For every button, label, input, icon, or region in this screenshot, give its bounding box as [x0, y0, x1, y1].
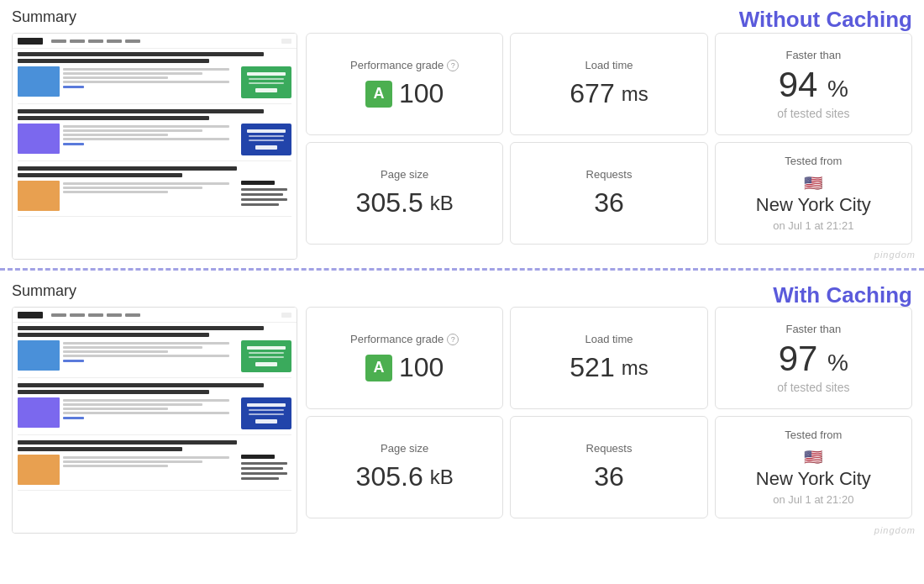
top-performance-grade-value: A 100: [365, 78, 444, 109]
top-load-time-value: 677 ms: [570, 78, 648, 109]
bottom-section: Summary With Caching: [0, 276, 924, 539]
top-faster-than-sub: of tested sites: [777, 107, 849, 120]
bottom-page-size-card: Page size 305.6 kB: [306, 416, 503, 518]
bottom-faster-than-label: Faster than: [785, 323, 841, 335]
top-requests-card: Requests 36: [510, 142, 707, 245]
top-grade-badge: A: [365, 81, 392, 108]
bottom-content: Performance grade ? A 100 Load time 521 …: [12, 307, 912, 534]
section-divider: [0, 268, 924, 271]
top-requests-value: 36: [594, 187, 624, 218]
top-requests-label: Requests: [586, 168, 633, 181]
top-load-time-label: Load time: [585, 59, 633, 71]
bottom-tested-from-date: on Jul 1 at 21:20: [773, 493, 853, 506]
top-section: Summary Without Caching: [0, 0, 924, 263]
top-content: Performance grade ? A 100 Load time 677 …: [12, 33, 912, 260]
bottom-load-time-label: Load time: [585, 333, 633, 345]
bottom-tested-from-city: New York City: [756, 468, 871, 490]
top-tested-from-date: on Jul 1 at 21:21: [773, 219, 853, 232]
bottom-faster-than-sub: of tested sites: [777, 381, 849, 394]
bottom-load-time-card: Load time 521 ms: [510, 307, 707, 409]
bottom-flag: 🇺🇸: [804, 448, 822, 466]
bottom-faster-than-value: 97 %: [779, 339, 848, 379]
top-performance-grade-card: Performance grade ? A 100: [306, 33, 503, 135]
bottom-tested-from-label: Tested from: [785, 429, 842, 441]
top-screenshot: [12, 33, 297, 260]
top-pingdom-logo: pingdom: [874, 250, 916, 260]
bottom-requests-card: Requests 36: [510, 416, 707, 518]
top-stats-grid: Performance grade ? A 100 Load time 677 …: [306, 33, 912, 245]
help-icon-top-perf[interactable]: ?: [447, 60, 459, 71]
top-tested-from-card: Tested from 🇺🇸 New York City on Jul 1 at…: [715, 142, 912, 245]
top-section-label: Without Caching: [739, 7, 912, 33]
bottom-stats-grid: Performance grade ? A 100 Load time 521 …: [306, 307, 912, 518]
top-flag: 🇺🇸: [804, 174, 822, 192]
help-icon-bottom-perf[interactable]: ?: [447, 334, 459, 345]
bottom-pingdom-logo: pingdom: [874, 525, 916, 535]
bottom-grade-badge: A: [365, 355, 392, 381]
top-page-size-value: 305.5 kB: [356, 187, 454, 218]
top-page-size-card: Page size 305.5 kB: [306, 142, 503, 245]
top-performance-grade-label: Performance grade ?: [350, 59, 459, 71]
bottom-page-size-value: 305.6 kB: [356, 461, 454, 492]
bottom-requests-value: 36: [594, 461, 624, 492]
bottom-screenshot: [12, 307, 297, 534]
top-tested-from-label: Tested from: [785, 155, 842, 167]
bottom-page-size-label: Page size: [381, 442, 428, 455]
top-faster-than-label: Faster than: [785, 49, 841, 61]
top-faster-than-value: 94 %: [779, 65, 848, 105]
bottom-requests-label: Requests: [586, 442, 633, 455]
bottom-performance-grade-value: A 100: [365, 352, 444, 383]
top-faster-than-card: Faster than 94 % of tested sites: [715, 33, 912, 135]
bottom-load-time-value: 521 ms: [570, 352, 648, 383]
top-tested-from-city: New York City: [756, 194, 871, 216]
bottom-performance-grade-label: Performance grade ?: [350, 333, 459, 345]
bottom-performance-grade-card: Performance grade ? A 100: [306, 307, 503, 409]
bottom-tested-from-card: Tested from 🇺🇸 New York City on Jul 1 at…: [715, 416, 912, 518]
bottom-section-label: With Caching: [773, 282, 912, 308]
top-page-size-label: Page size: [381, 168, 428, 181]
bottom-faster-than-card: Faster than 97 % of tested sites: [715, 307, 912, 409]
top-load-time-card: Load time 677 ms: [510, 33, 707, 135]
